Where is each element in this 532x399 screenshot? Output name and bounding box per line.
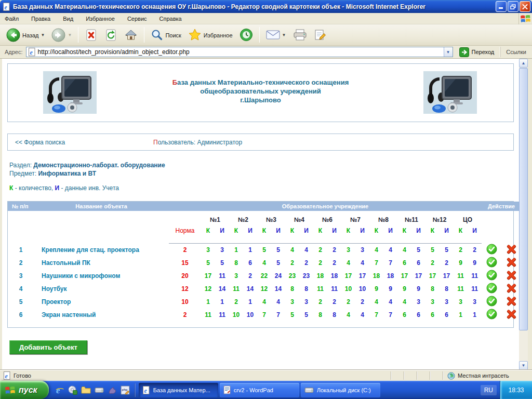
i-value: 11 — [215, 308, 229, 321]
print-button[interactable] — [290, 28, 310, 42]
back-dropdown-icon[interactable]: ▼ — [41, 33, 45, 37]
i-value: 1 — [243, 243, 257, 256]
i-value: 1 — [468, 308, 482, 321]
k-value: 12 — [257, 282, 271, 295]
status-pane — [404, 371, 414, 380]
search-form-link[interactable]: << Форма поиска — [15, 139, 153, 146]
delete-object-button[interactable] — [507, 270, 516, 280]
status-text: Готово — [14, 373, 31, 379]
address-input[interactable]: e http://localhost/tech_provision/admin_… — [26, 47, 453, 57]
search-button[interactable]: Поиск — [148, 28, 183, 42]
k-column-header: К — [425, 225, 440, 236]
confirm-object-button[interactable] — [486, 270, 497, 281]
address-dropdown-icon[interactable]: ▼ — [444, 47, 453, 57]
confirm-object-button[interactable] — [486, 309, 497, 320]
confirm-object-button[interactable] — [486, 283, 497, 294]
back-button[interactable]: Назад ▼ — [4, 27, 47, 43]
favorites-star-icon — [188, 28, 202, 42]
menu-help[interactable]: Справка — [159, 16, 182, 22]
i-value: 2 — [299, 256, 313, 269]
k-value: 11 — [454, 269, 468, 282]
mail-button[interactable]: ▼ — [263, 29, 289, 41]
menu-favorites[interactable]: Избранное — [86, 16, 115, 22]
nav-bar: << Форма поиска Пользователь: Администра… — [7, 134, 514, 151]
menu-tools[interactable]: Сервис — [127, 16, 147, 22]
history-button[interactable] — [237, 27, 256, 43]
minimize-button[interactable] — [496, 1, 507, 12]
delete-object-button[interactable] — [507, 309, 516, 319]
norma-value: 2 — [169, 308, 201, 321]
search-icon — [151, 29, 163, 41]
go-button[interactable]: Переход — [456, 47, 498, 58]
k-value: 4 — [285, 243, 299, 256]
delete-object-button[interactable] — [507, 257, 516, 267]
close-button[interactable] — [520, 1, 530, 12]
task-buttons: e База данных Матер... crv2 - WordPad Ло… — [136, 383, 380, 397]
k-value: 12 — [201, 282, 215, 295]
mail-dropdown-icon[interactable]: ▼ — [282, 33, 286, 37]
i-value: 11 — [327, 282, 341, 295]
menu-edit[interactable]: Правка — [31, 16, 50, 22]
row-number: 6 — [8, 308, 34, 321]
menu-view[interactable]: Вид — [63, 16, 73, 22]
i-value: 2 — [327, 243, 341, 256]
delete-object-button[interactable] — [507, 244, 516, 254]
task-button-wordpad[interactable]: crv2 - WordPad — [220, 383, 299, 397]
add-object-button[interactable]: Добавить объект — [9, 340, 87, 354]
row-number: 1 — [8, 243, 34, 256]
quicklaunch-dolphin-icon[interactable] — [108, 385, 117, 395]
k-value: 22 — [257, 269, 271, 282]
delete-object-button[interactable] — [507, 296, 516, 306]
i-value: 4 — [271, 295, 285, 308]
action-cell — [482, 256, 501, 269]
school-column-header: ЦО — [454, 211, 482, 225]
edit-button[interactable] — [311, 28, 329, 42]
k-value: 5 — [285, 308, 299, 321]
task-button-database[interactable]: e База данных Матер... — [139, 383, 218, 397]
i-value: 3 — [440, 295, 454, 308]
language-indicator[interactable]: RU — [481, 385, 497, 395]
task-button-local-disk[interactable]: Локальный диск (C:) — [301, 383, 380, 397]
i-value: 2 — [355, 295, 369, 308]
school-column-header: №2 — [229, 211, 257, 225]
object-name: Экран настенный — [34, 308, 169, 321]
i-value: 11 — [215, 269, 229, 282]
confirm-object-button[interactable] — [486, 296, 497, 307]
quicklaunch-folder-icon[interactable] — [81, 386, 91, 394]
quicklaunch-cd-icon[interactable] — [68, 385, 77, 395]
taskbar-clock[interactable]: 18:33 — [500, 381, 532, 399]
confirm-object-button[interactable] — [486, 257, 497, 268]
scrollbar-thumb[interactable] — [519, 68, 528, 330]
start-button[interactable]: пуск — [0, 381, 49, 399]
object-row: 1Крепление для стац. проектора2331155442… — [8, 243, 519, 256]
vertical-scrollbar[interactable]: ▲ ▼ — [519, 59, 528, 370]
quicklaunch-php-icon[interactable]: php — [121, 385, 130, 395]
task-wordpad-icon — [223, 385, 231, 394]
svg-text:php: php — [122, 388, 127, 391]
menu-file[interactable]: Файл — [5, 16, 19, 22]
i-column-header: И — [215, 225, 229, 236]
k-value: 17 — [397, 269, 411, 282]
quicklaunch-ie-icon[interactable]: e — [55, 385, 64, 395]
section-value: Демонстрационно-лаборат. оборудование — [33, 162, 165, 169]
scroll-down-icon[interactable]: ▼ — [519, 361, 528, 370]
scroll-up-icon[interactable]: ▲ — [519, 59, 528, 68]
k-value: 2 — [313, 243, 327, 256]
restore-button[interactable] — [508, 1, 518, 12]
links-toolbar[interactable]: Ссылки — [500, 47, 530, 57]
k-value: 17 — [341, 269, 355, 282]
k-value: 17 — [425, 269, 440, 282]
delete-object-button[interactable] — [507, 283, 516, 293]
i-value: 3 — [411, 295, 425, 308]
refresh-button[interactable] — [102, 28, 120, 43]
go-arrow-icon — [459, 47, 469, 57]
section-label: Раздел: — [9, 162, 32, 169]
browser-toolbar: Назад ▼ ▼ Поиск Избранное ▼ — [0, 24, 532, 46]
forward-button[interactable]: ▼ — [49, 27, 74, 43]
col-header-action: Действие — [482, 202, 519, 211]
quicklaunch-drive-icon[interactable] — [95, 387, 104, 393]
home-button[interactable] — [122, 28, 140, 42]
confirm-object-button[interactable] — [486, 244, 497, 255]
stop-button[interactable] — [82, 28, 100, 43]
favorites-button[interactable]: Избранное — [185, 27, 235, 43]
